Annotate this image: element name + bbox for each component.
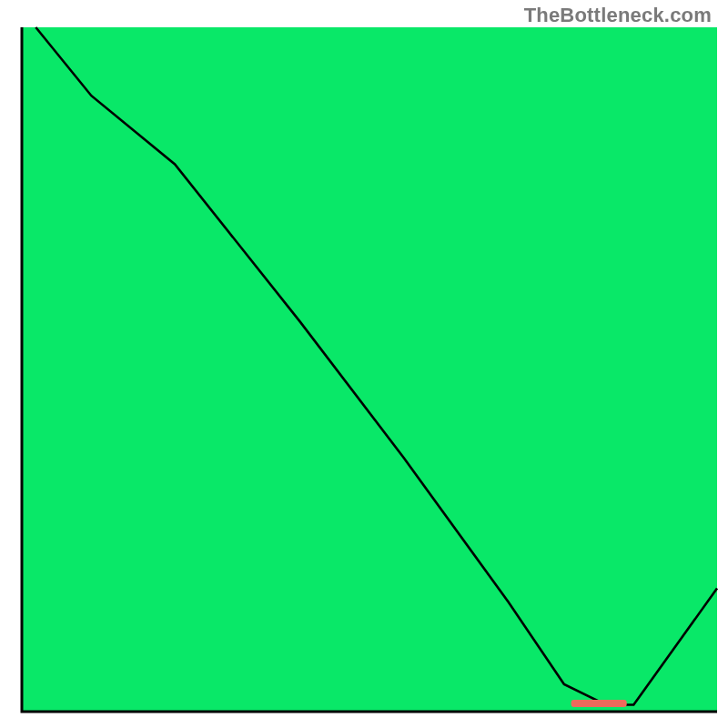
chart-container: TheBottleneck.com (0, 0, 728, 728)
marker-bar (571, 700, 627, 707)
watermark-text: TheBottleneck.com (524, 4, 712, 27)
gradient-background (22, 27, 717, 712)
bottleneck-chart (0, 0, 728, 728)
